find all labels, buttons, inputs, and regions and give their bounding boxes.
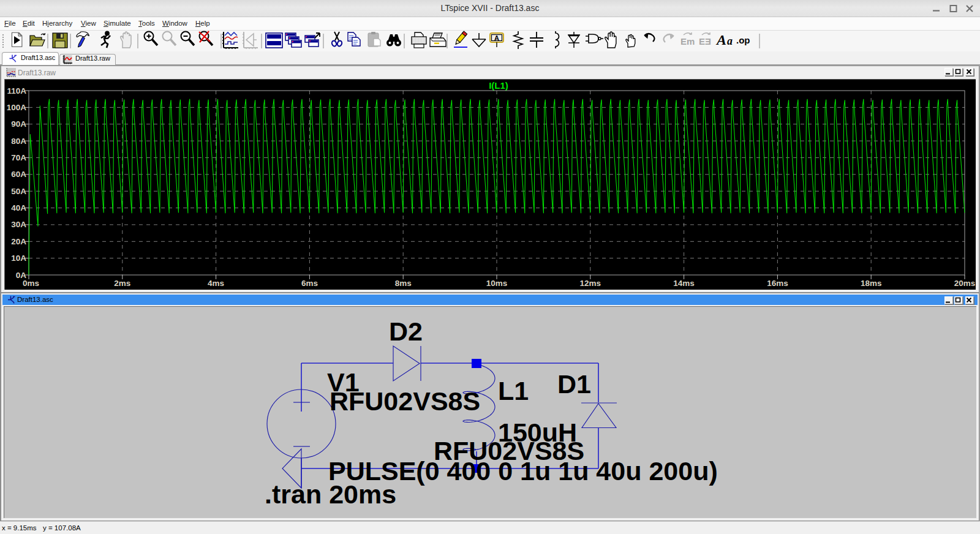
svg-text:2ms: 2ms (114, 279, 130, 288)
svg-text:60A: 60A (11, 170, 26, 179)
svg-text:.tran 20ms: .tran 20ms (265, 479, 396, 509)
svg-text:90A: 90A (11, 119, 26, 129)
svg-text:4ms: 4ms (208, 279, 224, 288)
svg-text:E: E (699, 36, 705, 47)
svg-text:10ms: 10ms (486, 279, 508, 288)
svg-text:14ms: 14ms (673, 279, 695, 288)
svg-text:12ms: 12ms (580, 279, 601, 288)
svg-text:30A: 30A (11, 220, 26, 229)
svg-text:20ms: 20ms (954, 279, 976, 288)
svg-text:D1: D1 (557, 369, 591, 399)
svg-text:16ms: 16ms (767, 279, 788, 288)
svg-text:A: A (715, 32, 726, 48)
svg-text:50A: 50A (11, 187, 26, 196)
svg-text:L1: L1 (498, 376, 529, 405)
svg-text:18ms: 18ms (861, 279, 882, 288)
svg-text:RFU02VS8S: RFU02VS8S (330, 386, 480, 416)
svg-text:10A: 10A (11, 254, 26, 263)
svg-text:20A: 20A (11, 237, 26, 246)
svg-text:8ms: 8ms (395, 279, 412, 288)
svg-text:6ms: 6ms (301, 279, 318, 288)
svg-text:80A: 80A (11, 137, 26, 146)
svg-text:I(L1): I(L1) (489, 80, 508, 91)
svg-text:a: a (727, 35, 733, 47)
svg-text:110A: 110A (7, 86, 26, 96)
svg-text:0ms: 0ms (23, 279, 39, 288)
svg-text:Em: Em (680, 36, 695, 47)
svg-text:D2: D2 (389, 317, 423, 346)
svg-text:.op: .op (736, 35, 750, 45)
svg-text:40A: 40A (11, 203, 26, 212)
svg-text:70A: 70A (11, 153, 26, 162)
svg-text:A: A (494, 34, 499, 42)
svg-text:E: E (705, 36, 711, 47)
svg-text:100A: 100A (7, 103, 27, 112)
